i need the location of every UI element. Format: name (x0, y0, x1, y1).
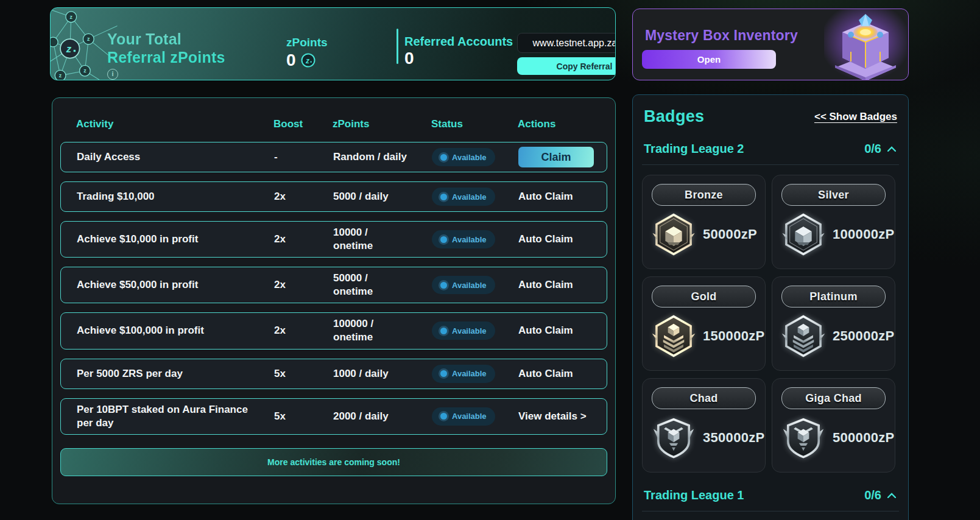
badge-tier-label: Giga Chad (781, 387, 886, 409)
zpoints-coin-icon: z (301, 53, 316, 68)
status-dot-icon (440, 328, 447, 334)
activity-boost: 2x (274, 190, 333, 203)
coming-soon-text: More activities are coming soon! (267, 457, 400, 467)
badge-section: Trading League 1 0/6 (642, 488, 899, 520)
activity-zpoints: 1000 / daily (333, 367, 432, 381)
activities-panel: Activity Boost zPoints Status Actions Da… (52, 97, 616, 504)
coming-soon-banner: More activities are coming soon! (60, 448, 607, 476)
badge-tier-label: Platinum (781, 286, 886, 307)
col-header-status: Status (431, 118, 518, 130)
mystery-box-card: Mystery Box Inventory Open (632, 9, 909, 80)
activity-row: Achieve $50,000 in profit 2x 50000 / one… (60, 267, 607, 303)
badge-reward-value: 350000zP (703, 430, 765, 446)
badge-section-name: Trading League 2 (644, 142, 744, 156)
badge-section-progress: 0/6 (864, 488, 881, 502)
activities-rows: Daily Access - Random / daily Available … (60, 142, 607, 435)
badge-reward-value: 100000zP (833, 227, 895, 242)
col-header-zpoints: zPoints (333, 118, 431, 130)
badge-card: Chad 350000zP (642, 378, 766, 473)
activity-row: Daily Access - Random / daily Available … (60, 142, 607, 172)
svg-text:z: z (87, 36, 90, 42)
activity-row: Per 10BPT staked on Aura Finance per day… (60, 398, 607, 435)
hex-cube-badge-icon (781, 213, 825, 256)
status-dot-icon (440, 370, 447, 377)
status-text: Available (452, 153, 487, 162)
status-dot-icon (440, 282, 447, 289)
vertical-separator (397, 29, 398, 64)
activity-boost: - (274, 150, 333, 164)
activity-boost: 2x (274, 233, 333, 246)
status-text: Available (452, 192, 487, 202)
col-header-actions: Actions (518, 118, 607, 130)
status-badge: Available (432, 407, 495, 426)
auto-claim-label: Auto Claim (518, 325, 573, 337)
activity-name: Achieve $100,000 in profit (77, 324, 274, 337)
status-text: Available (452, 326, 487, 336)
svg-text:z: z (305, 57, 309, 65)
referral-summary-card: z z z z z Your Total Referral zPoints i … (50, 7, 616, 80)
activity-name: Achieve $50,000 in profit (77, 278, 274, 292)
referred-accounts-label: Referred Accounts (404, 35, 513, 49)
status-badge: Available (432, 365, 495, 383)
activity-name: Daily Access (77, 150, 274, 164)
activity-zpoints: 100000 / onetime (333, 317, 432, 344)
status-badge: Available (432, 276, 495, 294)
activity-row: Achieve $10,000 in profit 2x 10000 / one… (60, 221, 607, 258)
status-text: Available (452, 235, 487, 244)
status-badge: Available (432, 188, 495, 206)
referral-dashboard-page: z z z z z Your Total Referral zPoints i … (0, 0, 980, 520)
badges-panel: Badges << Show Badges Trading League 2 0… (632, 94, 909, 520)
auto-claim-label: Auto Claim (518, 233, 573, 245)
badges-sections: Trading League 2 0/6 Bronze 50000zP Silv… (642, 142, 899, 520)
badge-reward-value: 500000zP (833, 430, 895, 446)
claim-button[interactable]: Claim (518, 147, 594, 167)
copy-referral-button[interactable]: Copy Referral (517, 57, 616, 75)
activity-zpoints: 50000 / onetime (333, 272, 432, 298)
auto-claim-label: Auto Claim (518, 191, 573, 203)
badge-reward-value: 50000zP (703, 227, 757, 242)
status-badge: Available (432, 230, 495, 248)
activity-boost: 5x (274, 367, 333, 381)
view-details-link[interactable]: View details > (518, 410, 587, 423)
badge-tier-label: Chad (652, 387, 756, 409)
status-dot-icon (440, 194, 447, 200)
badge-section-header[interactable]: Trading League 1 0/6 (642, 488, 899, 502)
badge-section-header[interactable]: Trading League 2 0/6 (642, 142, 899, 156)
info-icon[interactable]: i (107, 69, 118, 80)
activity-zpoints: 10000 / onetime (333, 226, 432, 253)
badge-card: Gold 150000zP (642, 276, 766, 371)
badge-card: Platinum 250000zP (772, 276, 895, 371)
auto-claim-label: Auto Claim (518, 279, 573, 291)
badge-card: Silver 100000zP (772, 175, 895, 269)
status-badge: Available (432, 148, 495, 166)
zpoints-label: zPoints (286, 36, 328, 49)
badge-section-progress: 0/6 (864, 142, 881, 156)
badge-grid: Bronze 50000zP Silver 100000zP Gold (642, 175, 899, 473)
activity-zpoints: 2000 / daily (333, 410, 432, 423)
activity-name: Achieve $10,000 in profit (77, 233, 274, 246)
show-badges-link[interactable]: << Show Badges (814, 111, 897, 123)
col-header-activity: Activity (76, 118, 273, 130)
activity-zpoints: Random / daily (333, 150, 432, 164)
section-divider (642, 164, 899, 165)
activity-zpoints: 5000 / daily (333, 190, 432, 203)
referral-card-title: Your Total Referral zPoints (107, 30, 225, 66)
mystery-box-image (824, 9, 907, 80)
chevron-up-icon (887, 146, 896, 152)
chevron-up-icon (887, 493, 896, 498)
activity-boost: 2x (274, 324, 333, 337)
auto-claim-label: Auto Claim (518, 368, 573, 380)
activity-name: Trading $10,000 (77, 190, 274, 203)
referral-url-input[interactable] (517, 33, 616, 53)
wing-shield-badge-icon (652, 416, 696, 460)
activity-boost: 5x (274, 410, 333, 423)
activity-row: Achieve $100,000 in profit 2x 100000 / o… (60, 312, 607, 349)
badge-tier-label: Silver (781, 184, 886, 206)
open-mystery-box-button[interactable]: Open (642, 50, 776, 69)
hex-cube-badge-icon (652, 213, 696, 256)
activity-boost: 2x (274, 278, 333, 292)
referred-accounts-value: 0 (404, 50, 513, 67)
activity-name: Per 10BPT staked on Aura Finance per day (77, 403, 274, 430)
stacked-badge-icon (781, 314, 825, 358)
status-dot-icon (440, 413, 447, 420)
